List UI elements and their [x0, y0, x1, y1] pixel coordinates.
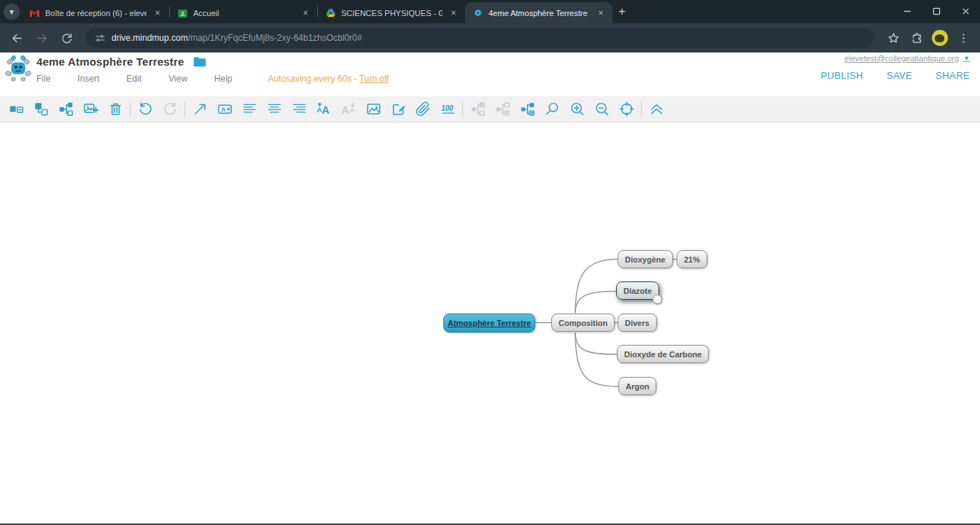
- autosave-status: Autosaving every 60s - Turn off: [268, 74, 389, 84]
- close-icon[interactable]: ×: [300, 7, 311, 19]
- share-button[interactable]: SHARE: [936, 70, 970, 81]
- measurements-icon[interactable]: 100: [435, 98, 460, 120]
- minimize-icon[interactable]: [892, 0, 922, 22]
- chevron-down-icon: ▼: [963, 55, 970, 62]
- tab-title: SCIENCES PHYSIQUES - Googl: [341, 9, 443, 18]
- profile-avatar[interactable]: [929, 27, 951, 49]
- mindmap-node-root[interactable]: Atmosphère Terrestre: [443, 314, 535, 332]
- menu-insert[interactable]: Insert: [77, 74, 99, 84]
- navbar-right: [882, 27, 974, 49]
- menu-view[interactable]: View: [168, 74, 187, 84]
- tab-title: Accueil: [193, 9, 295, 18]
- forward-icon[interactable]: [31, 27, 52, 49]
- svg-text:100: 100: [440, 104, 453, 112]
- redo-icon[interactable]: [158, 98, 182, 120]
- tab-drive[interactable]: SCIENCES PHYSIQUES - Googl ×: [318, 3, 465, 23]
- map-toolbar: A AA AA 100: [0, 96, 980, 122]
- browser-navbar: drive.mindmup.com/map/1KryFqcEfuMj8s-2xy…: [0, 23, 980, 52]
- search-icon[interactable]: [540, 98, 564, 120]
- svg-text:A: A: [349, 106, 354, 114]
- drive-icon: [325, 8, 336, 19]
- url-text: drive.mindmup.com/map/1KryFqcEfuMj8s-2xy…: [112, 33, 362, 43]
- mindmap-node-dioxyde-de-carbone[interactable]: Dioxyde de Carbone: [617, 345, 709, 363]
- tab-accueil[interactable]: Accueil ×: [170, 3, 317, 23]
- delete-node-icon[interactable]: [103, 98, 128, 120]
- toolbar-separator: [130, 102, 131, 117]
- attachment-icon[interactable]: [411, 98, 435, 120]
- gmail-icon: [29, 8, 40, 19]
- close-icon[interactable]: ×: [152, 7, 163, 19]
- toolbar-separator: [641, 102, 642, 117]
- toolbar-separator: [184, 102, 185, 117]
- publish-button[interactable]: PUBLISH: [820, 70, 863, 81]
- folder-icon[interactable]: [193, 56, 206, 67]
- add-sibling-node-icon[interactable]: [4, 98, 28, 120]
- node-label: Diazote: [623, 287, 652, 295]
- account-menu[interactable]: elevetest@collegeatlantique.org ▼: [844, 54, 970, 63]
- mindmap-node-argon[interactable]: Argon: [618, 377, 656, 395]
- add-image-icon[interactable]: [78, 98, 103, 120]
- bookmark-star-icon[interactable]: [882, 27, 904, 49]
- url-path: /map/1KryFqcEfuMj8s-2xy-64b1zhsOcbl0r0#: [188, 33, 362, 43]
- mindmup-logo: [1, 52, 35, 86]
- scroll-to-top-icon[interactable]: [644, 98, 669, 120]
- browser-tab-bar: ▼ Boîte de réception (6) - elevet × Accu…: [0, 0, 980, 23]
- svg-text:A: A: [322, 104, 329, 116]
- menu-help[interactable]: Help: [214, 74, 233, 84]
- document-title-row: 4eme Atmosphère Terrestre: [36, 55, 206, 68]
- undo-icon[interactable]: [133, 98, 158, 120]
- url-domain: drive.mindmup.com: [112, 33, 188, 43]
- mindmup-header: 4eme Atmosphère Terrestre File Insert Ed…: [0, 52, 980, 96]
- back-icon[interactable]: [6, 27, 28, 49]
- window-controls: [892, 0, 980, 22]
- expand-subtree-icon[interactable]: [490, 98, 515, 120]
- close-icon[interactable]: [951, 0, 980, 22]
- turn-off-autosave-link[interactable]: Turn off: [359, 74, 389, 84]
- svg-text:A: A: [221, 106, 225, 113]
- close-icon[interactable]: ×: [448, 7, 459, 19]
- mindmap-node-divers[interactable]: Divers: [618, 314, 657, 332]
- add-parent-node-icon[interactable]: [53, 98, 78, 120]
- mindmap-node-dioxygene[interactable]: Dioxygène: [618, 250, 673, 268]
- mindmap-node-composition[interactable]: Composition: [551, 314, 615, 332]
- zoom-in-icon[interactable]: [564, 98, 589, 120]
- menu-file[interactable]: File: [36, 74, 50, 84]
- edit-note-icon[interactable]: [386, 98, 411, 120]
- extensions-icon[interactable]: [906, 27, 928, 49]
- page-title: 4eme Atmosphère Terrestre: [36, 55, 184, 68]
- address-bar[interactable]: drive.mindmup.com/map/1KryFqcEfuMj8s-2xy…: [86, 28, 874, 48]
- svg-text:A: A: [316, 106, 322, 114]
- tab-search-chevron-icon[interactable]: ▼: [4, 4, 20, 20]
- menu-dots-icon[interactable]: [952, 27, 974, 49]
- align-center-icon[interactable]: [262, 98, 287, 120]
- maximize-icon[interactable]: [922, 0, 951, 22]
- font-decrease-icon[interactable]: AA: [336, 98, 361, 120]
- svg-text:A: A: [341, 104, 349, 116]
- insert-image-icon[interactable]: [361, 98, 386, 120]
- add-child-node-icon[interactable]: [28, 98, 53, 120]
- zoom-out-icon[interactable]: [589, 98, 614, 120]
- font-increase-icon[interactable]: AA: [311, 98, 336, 120]
- connector-icon[interactable]: [187, 98, 212, 120]
- tab-title: Boîte de réception (6) - elevet: [45, 9, 147, 18]
- tab-mindmup-active[interactable]: 4eme Atmosphère Terrestre ×: [465, 2, 612, 23]
- new-tab-button[interactable]: +: [612, 2, 631, 21]
- center-map-icon[interactable]: [614, 98, 639, 120]
- mindmap-node-diazote-selected[interactable]: Diazote: [616, 281, 659, 300]
- toggle-collapse-icon[interactable]: [515, 98, 540, 120]
- collapse-subtree-icon[interactable]: [465, 98, 490, 120]
- tab-gmail[interactable]: Boîte de réception (6) - elevet ×: [22, 3, 169, 23]
- align-left-icon[interactable]: [237, 98, 262, 120]
- close-icon[interactable]: ×: [595, 7, 607, 19]
- mindmap-node-21pct[interactable]: 21%: [677, 250, 707, 268]
- header-actions: PUBLISH SAVE SHARE: [820, 70, 970, 81]
- tab-title: 4eme Atmosphère Terrestre: [489, 9, 590, 18]
- edit-text-icon[interactable]: A: [212, 98, 237, 120]
- reload-icon[interactable]: [55, 27, 77, 49]
- save-button[interactable]: SAVE: [887, 70, 912, 81]
- mindmap-canvas[interactable]: Atmosphère Terrestre Composition Dioxygè…: [0, 122, 980, 524]
- menu-edit[interactable]: Edit: [126, 74, 141, 84]
- account-email: elevetest@collegeatlantique.org: [844, 54, 959, 63]
- site-settings-icon[interactable]: [95, 33, 106, 44]
- align-right-icon[interactable]: [287, 98, 311, 120]
